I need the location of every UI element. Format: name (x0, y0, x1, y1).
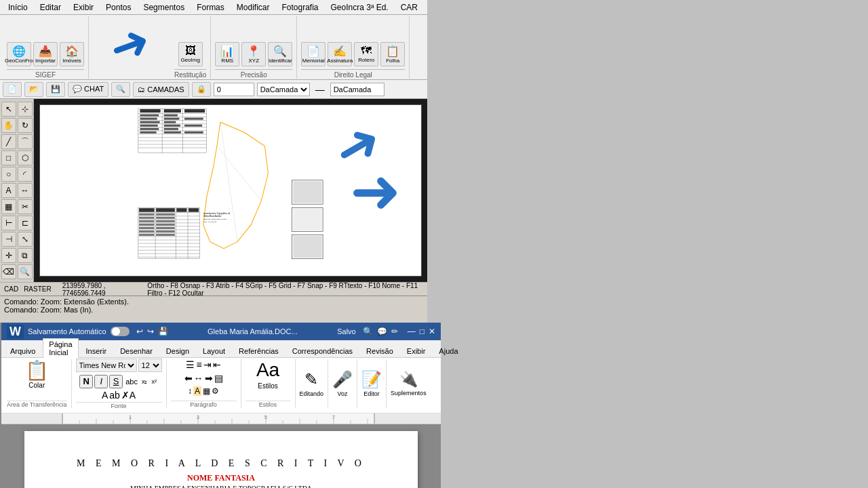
edit-icon[interactable]: ✏ (391, 327, 398, 336)
menu-fotografia[interactable]: Fotografia (276, 1, 323, 14)
rotate-tool[interactable]: ↻ (18, 118, 33, 133)
menu-geoincra[interactable]: GeoIncra 3ª Ed. (326, 1, 394, 14)
tab-arquivo[interactable]: Arquivo (4, 345, 41, 357)
mirror-tool[interactable]: ⊣ (1, 232, 16, 247)
minimize-button[interactable]: — (408, 327, 416, 336)
circle-tool[interactable]: ○ (1, 167, 16, 182)
assinatura-button[interactable]: ✍ Assinatura (328, 42, 352, 66)
trim-tool[interactable]: ✂ (18, 199, 33, 214)
identificar-button[interactable]: 🔍 Identificar (268, 42, 292, 66)
menu-editar[interactable]: Editar (35, 1, 66, 14)
sort-button[interactable]: ⚙ (212, 386, 219, 396)
polyline-tool[interactable]: ⌒ (18, 134, 33, 149)
align-right-button[interactable]: ➡ (205, 373, 213, 384)
maximize-button[interactable]: □ (420, 327, 425, 336)
close-button[interactable]: ✕ (429, 327, 435, 336)
word-document-area[interactable]: M E M O R I A L D E S C R I T I V O NOME… (1, 424, 441, 488)
rotero-button[interactable]: 🗺 Rotero (354, 42, 378, 66)
font-size-select[interactable]: 12 (138, 359, 162, 372)
cad-mode-cad[interactable]: CAD (4, 285, 18, 293)
memorial-button[interactable]: 📄 Memorial (301, 42, 326, 66)
paste-button[interactable]: 📋 (25, 359, 49, 382)
importar-button[interactable]: 📥 Importar (33, 42, 58, 66)
borders-button[interactable]: ▦ (203, 386, 210, 396)
save-button[interactable]: 💾 (158, 327, 168, 336)
tab-referencias[interactable]: Referências (233, 345, 285, 357)
underline-button[interactable]: S (109, 375, 123, 388)
menu-exibir[interactable]: Exibir (68, 1, 99, 14)
select2-tool[interactable]: ⊹ (18, 102, 33, 117)
tab-pagina-inicial[interactable]: Página Inicial (43, 338, 78, 358)
tab-exibir[interactable]: Exibir (401, 345, 432, 357)
polygon-tool[interactable]: ⬡ (18, 150, 33, 165)
styles-button[interactable]: Aa (256, 359, 279, 381)
color-select[interactable]: DaCamada (257, 83, 310, 96)
comment-icon[interactable]: 💬 (377, 327, 387, 336)
geoconfro-button[interactable]: 🌐 GeoConFro (7, 42, 31, 66)
outdent-button[interactable]: ⇤ (213, 359, 221, 370)
numbering-button[interactable]: ≡ (196, 359, 201, 370)
cad-canvas[interactable]: Levantamento Topográfico de Gleba Maria … (34, 99, 427, 282)
align-left-button[interactable]: ⬅ (184, 373, 193, 384)
justify-button[interactable]: ▤ (214, 373, 223, 384)
select-tool[interactable]: ↖ (1, 102, 16, 117)
superscript-button[interactable]: x² (150, 377, 158, 386)
lock-button[interactable]: 🔒 (192, 82, 211, 97)
extend-tool[interactable]: ⊢ (1, 216, 16, 230)
text-tool[interactable]: A (1, 183, 16, 198)
font-name-select[interactable]: Times New Roman (76, 359, 137, 372)
highlight-button[interactable]: ab (109, 390, 120, 401)
search-icon[interactable]: 🔍 (363, 327, 373, 336)
editor-button[interactable]: 📝 (361, 370, 382, 389)
menu-modificar[interactable]: Modificar (231, 1, 275, 14)
align-center-button[interactable]: ↔ (194, 373, 203, 384)
linetype-input[interactable] (330, 83, 384, 96)
tab-design[interactable]: Design (160, 345, 195, 357)
open-button[interactable]: 📂 (24, 82, 43, 97)
geoimg-button[interactable]: 🖼 GeoImg (178, 42, 203, 66)
layer-input[interactable] (214, 83, 254, 96)
italic-button[interactable]: I (94, 375, 108, 388)
imoveis-button[interactable]: 🏠 Imóveis (60, 42, 84, 66)
new-button[interactable]: 📄 (3, 82, 22, 97)
xyz-button[interactable]: 📍 XYZ (241, 42, 266, 66)
search-button[interactable]: 🔍 (111, 82, 130, 97)
supplements-button[interactable]: 🔌 (399, 371, 418, 388)
menu-segmentos[interactable]: Segmentos (138, 1, 190, 14)
erase-tool[interactable]: ⌫ (1, 264, 16, 279)
line-tool[interactable]: ╱ (1, 134, 16, 149)
undo-button[interactable]: ↩ (136, 327, 143, 336)
tab-inserir[interactable]: Inserir (80, 345, 113, 357)
tab-ajuda[interactable]: Ajuda (433, 345, 464, 357)
line-spacing-button[interactable]: ↕ (188, 386, 192, 396)
font-color-button[interactable]: A (102, 390, 108, 401)
chat-button[interactable]: 💬 CHAT (68, 82, 108, 97)
move-tool[interactable]: ✛ (1, 248, 16, 263)
save-button[interactable]: 💾 (46, 82, 65, 97)
zoom-tool[interactable]: 🔍 (18, 264, 33, 279)
tab-desenhar[interactable]: Desenhar (114, 345, 159, 357)
bullets-button[interactable]: ☰ (186, 359, 195, 370)
autosave-toggle[interactable] (111, 327, 130, 336)
folha-button[interactable]: 📋 Folha (380, 42, 405, 66)
dictate-button[interactable]: 🎤 (332, 370, 353, 389)
subscript-button[interactable]: x₂ (140, 377, 149, 386)
shading-button[interactable]: A (193, 386, 201, 396)
menu-car[interactable]: CAR (395, 1, 423, 14)
menu-inicio[interactable]: Início (3, 1, 33, 14)
tab-layout[interactable]: Layout (197, 345, 231, 357)
indent-button[interactable]: ⇥ (203, 359, 212, 370)
bold-button[interactable]: N (79, 375, 93, 388)
tab-revisao[interactable]: Revisão (360, 345, 399, 357)
clear-format-button[interactable]: ✗A (121, 390, 136, 401)
hatch-tool[interactable]: ▦ (1, 199, 16, 214)
tab-correspondencias[interactable]: Correspondências (286, 345, 359, 357)
menu-formas[interactable]: Formas (191, 1, 230, 14)
editing-button[interactable]: ✎ (304, 370, 318, 389)
arc-tool[interactable]: ◜ (18, 167, 33, 182)
layers-button[interactable]: 🗂 CAMADAS (133, 82, 189, 97)
copy-tool[interactable]: ⧉ (18, 248, 33, 263)
cad-mode-raster[interactable]: RASTER (24, 285, 52, 293)
rect-tool[interactable]: □ (1, 150, 16, 165)
strikethrough-button[interactable]: abc (124, 376, 139, 387)
